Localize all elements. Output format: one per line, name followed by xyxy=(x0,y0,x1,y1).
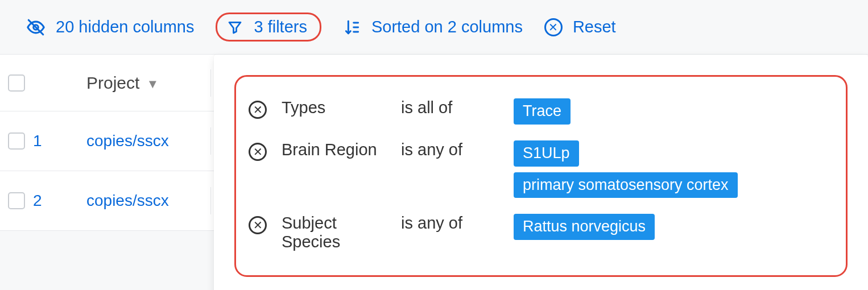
filter-field[interactable]: Brain Region xyxy=(275,140,399,159)
column-divider xyxy=(210,69,211,97)
filter-operator[interactable]: is any of xyxy=(401,214,511,233)
filter-tag[interactable]: Trace xyxy=(514,98,571,125)
remove-filter-icon[interactable]: ✕ xyxy=(249,101,267,119)
filter-tags: S1ULp primary somatosensory cortex xyxy=(514,140,753,198)
row-checkbox[interactable] xyxy=(8,132,25,150)
filters-popover-highlight: ✕ Types is all of Trace ✕ Brain Region i… xyxy=(234,75,848,277)
toolbar: 20 hidden columns 3 filters Sorted on 2 … xyxy=(0,0,868,54)
hidden-columns-label: 20 hidden columns xyxy=(56,18,194,36)
remove-filter-icon[interactable]: ✕ xyxy=(249,143,267,161)
filter-tag[interactable]: Rattus norvegicus xyxy=(514,214,655,240)
filters-button[interactable]: 3 filters xyxy=(216,13,321,42)
filter-row: ✕ Subject Species is any of Rattus norve… xyxy=(249,206,830,259)
close-circle-icon: ✕ xyxy=(544,18,563,36)
filter-tag[interactable]: S1ULp xyxy=(514,140,579,167)
filter-icon xyxy=(226,19,243,36)
sort-caret-icon: ▼ xyxy=(146,77,159,92)
project-link[interactable]: copies/sscx xyxy=(86,132,169,150)
filter-field[interactable]: Subject Species xyxy=(275,214,399,251)
sorted-label: Sorted on 2 columns xyxy=(371,18,523,36)
row-number: 1 xyxy=(33,132,86,150)
filter-operator[interactable]: is all of xyxy=(401,98,511,117)
filter-row: ✕ Types is all of Trace xyxy=(249,90,830,132)
filter-row: ✕ Brain Region is any of S1ULp primary s… xyxy=(249,132,830,206)
project-link[interactable]: copies/sscx xyxy=(86,192,169,209)
filters-label: 3 filters xyxy=(254,18,307,36)
filter-operator[interactable]: is any of xyxy=(401,140,511,159)
filters-popover: ✕ Types is all of Trace ✕ Brain Region i… xyxy=(214,55,868,290)
reset-button[interactable]: ✕ Reset xyxy=(544,18,616,36)
filter-field[interactable]: Types xyxy=(275,98,399,117)
filter-tags: Rattus norvegicus xyxy=(514,214,655,240)
sort-az-icon xyxy=(343,18,361,36)
column-divider xyxy=(210,187,211,214)
filter-tag[interactable]: primary somatosensory cortex xyxy=(514,172,738,198)
column-header-project[interactable]: Project ▼ xyxy=(86,73,159,93)
column-header-project-label: Project xyxy=(86,73,139,93)
eye-off-icon xyxy=(26,18,46,37)
remove-filter-icon[interactable]: ✕ xyxy=(249,216,267,234)
reset-label: Reset xyxy=(573,18,616,36)
select-all-checkbox[interactable] xyxy=(8,74,25,92)
row-checkbox[interactable] xyxy=(8,192,25,209)
hidden-columns-button[interactable]: 20 hidden columns xyxy=(26,18,194,37)
sorted-button[interactable]: Sorted on 2 columns xyxy=(343,18,523,36)
column-divider xyxy=(210,127,211,155)
filter-tags: Trace xyxy=(514,98,571,125)
row-number: 2 xyxy=(33,192,86,210)
